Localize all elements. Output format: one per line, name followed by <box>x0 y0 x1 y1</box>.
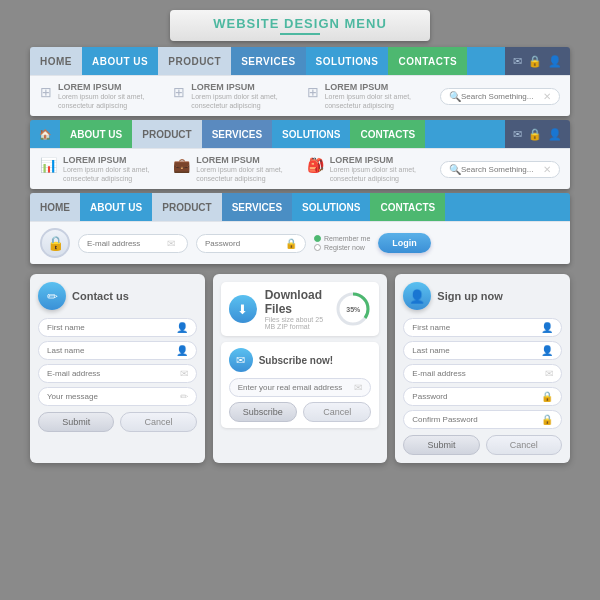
nav1-product[interactable]: PRODUCT <box>158 47 231 75</box>
signup-confirm-input[interactable] <box>412 415 537 424</box>
signup-user-icon-1: 👤 <box>541 322 553 333</box>
clear-icon-2[interactable]: ✕ <box>543 164 551 175</box>
lorem-sub-5: Lorem ipsum dolor sit amet,consectetur a… <box>196 165 282 183</box>
contact-header: ✏ Contact us <box>38 282 197 310</box>
signup-user-icon-2: 👤 <box>541 345 553 356</box>
nav3-product[interactable]: PRODUCT <box>152 193 221 221</box>
signup-email-input[interactable] <box>412 369 541 378</box>
lorem-title-2: LOREM IPSUM <box>191 82 277 92</box>
nav2-product[interactable]: PRODUCT <box>132 120 201 148</box>
password-field-wrap[interactable]: 🔒 <box>196 234 306 253</box>
signup-password-input[interactable] <box>412 392 537 401</box>
nav3-solutions[interactable]: SOLUTIONS <box>292 193 370 221</box>
email-input[interactable] <box>87 239 167 248</box>
signup-confirm-field[interactable]: 🔒 <box>403 410 562 429</box>
page-title: WEBSITE DESIGN MENU <box>200 16 400 31</box>
nav3-contacts[interactable]: CONTACTS <box>370 193 445 221</box>
navbar-1-top: HOME ABOUT US PRODUCT SERVICES SOLUTIONS… <box>30 47 570 75</box>
lastname-field[interactable]: 👤 <box>38 341 197 360</box>
nav2-services[interactable]: SERVICES <box>202 120 272 148</box>
password-input[interactable] <box>205 239 285 248</box>
contact-cancel[interactable]: Cancel <box>120 412 196 432</box>
nav2-about[interactable]: ABOUT US <box>60 120 132 148</box>
lorem-title-1: LOREM IPSUM <box>58 82 144 92</box>
message-input[interactable] <box>47 392 176 401</box>
nav1-services[interactable]: SERVICES <box>231 47 305 75</box>
lorem-sub-3: Lorem ipsum dolor sit amet,consectetur a… <box>325 92 411 110</box>
lastname-input[interactable] <box>47 346 172 355</box>
download-icon: ⬇ <box>229 295 257 323</box>
mail-icon[interactable]: ✉ <box>513 55 522 68</box>
signup-firstname-input[interactable] <box>412 323 537 332</box>
nav3-home[interactable]: HOME <box>30 193 80 221</box>
login-button[interactable]: Login <box>378 233 431 253</box>
content-block-1: ⊞ LOREM IPSUM Lorem ipsum dolor sit amet… <box>40 82 163 110</box>
page-title-container: WEBSITE DESIGN MENU <box>170 10 430 41</box>
email-field[interactable]: ✉ <box>38 364 197 383</box>
signup-email-icon: ✉ <box>545 368 553 379</box>
signup-panel: 👤 Sign up now 👤 👤 ✉ 🔒 🔒 Submit Cancel <box>395 274 570 463</box>
lock-icon[interactable]: 🔒 <box>528 55 542 68</box>
title-word3: MENU <box>345 16 387 31</box>
signup-email-field[interactable]: ✉ <box>403 364 562 383</box>
subscribe-cancel[interactable]: Cancel <box>303 402 371 422</box>
radio-remember[interactable] <box>314 235 321 242</box>
firstname-input[interactable] <box>47 323 172 332</box>
subscribe-button[interactable]: Subscribe <box>229 402 297 422</box>
radio-register[interactable] <box>314 244 321 251</box>
search-icon-2: 🔍 <box>449 164 461 175</box>
subscribe-email-input[interactable] <box>238 383 351 392</box>
lorem-block-3: LOREM IPSUM Lorem ipsum dolor sit amet,c… <box>325 82 411 110</box>
download-panel: ⬇ Download Files Files size about 25 MB … <box>213 274 388 463</box>
email-contact-input[interactable] <box>47 369 176 378</box>
lorem-block-5: LOREM IPSUM Lorem ipsum dolor sit amet,c… <box>196 155 282 183</box>
remember-me-option[interactable]: Remember me <box>314 235 370 242</box>
lorem-title-6: LOREM IPSUM <box>330 155 416 165</box>
signup-buttons: Submit Cancel <box>403 435 562 455</box>
chart-icon: 📊 <box>40 157 57 173</box>
navbar-2-content: 📊 LOREM IPSUM Lorem ipsum dolor sit amet… <box>30 148 570 189</box>
mail-icon-2[interactable]: ✉ <box>513 128 522 141</box>
signup-lastname-input[interactable] <box>412 346 537 355</box>
register-now-option[interactable]: Register now <box>314 244 370 251</box>
nav2-solutions[interactable]: SOLUTIONS <box>272 120 350 148</box>
signup-firstname-field[interactable]: 👤 <box>403 318 562 337</box>
signup-lock-icon-1: 🔒 <box>541 391 553 402</box>
bottom-panels: ✏ Contact us 👤 👤 ✉ ✏ Submit Cancel ⬇ <box>30 274 570 463</box>
user-icon-2[interactable]: 👤 <box>548 128 562 141</box>
signup-header: 👤 Sign up now <box>403 282 562 310</box>
lorem-sub-6: Lorem ipsum dolor sit amet,consectetur a… <box>330 165 416 183</box>
signup-lock-icon-2: 🔒 <box>541 414 553 425</box>
signup-submit[interactable]: Submit <box>403 435 479 455</box>
subscribe-email-icon: ✉ <box>354 382 362 393</box>
message-field[interactable]: ✏ <box>38 387 197 406</box>
nav1-about[interactable]: ABOUT US <box>82 47 158 75</box>
nav2-home[interactable]: 🏠 <box>30 120 60 148</box>
search-box-2[interactable]: 🔍 ✕ <box>440 161 560 178</box>
navbar-2-top: 🏠 ABOUT US PRODUCT SERVICES SOLUTIONS CO… <box>30 120 570 148</box>
lock-icon-2[interactable]: 🔒 <box>528 128 542 141</box>
nav1-contacts[interactable]: CONTACTS <box>388 47 467 75</box>
nav3-about[interactable]: ABOUT US <box>80 193 152 221</box>
signup-cancel[interactable]: Cancel <box>486 435 562 455</box>
title-underline <box>280 33 320 35</box>
nav2-contacts[interactable]: CONTACTS <box>350 120 425 148</box>
search-box-1[interactable]: 🔍 ✕ <box>440 88 560 105</box>
subscribe-field[interactable]: ✉ <box>229 378 372 397</box>
search-input-2[interactable] <box>461 165 541 174</box>
nav1-solutions[interactable]: SOLUTIONS <box>306 47 389 75</box>
nav2-icons: ✉ 🔒 👤 <box>505 120 570 148</box>
contact-submit[interactable]: Submit <box>38 412 114 432</box>
search-icon-1: 🔍 <box>449 91 461 102</box>
remember-options: Remember me Register now <box>314 235 370 251</box>
nav3-services[interactable]: SERVICES <box>222 193 292 221</box>
signup-lastname-field[interactable]: 👤 <box>403 341 562 360</box>
user-icon[interactable]: 👤 <box>548 55 562 68</box>
signup-password-field[interactable]: 🔒 <box>403 387 562 406</box>
search-input-1[interactable] <box>461 92 541 101</box>
email-field-wrap[interactable]: ✉ <box>78 234 188 253</box>
lorem-block-1: LOREM IPSUM Lorem ipsum dolor sit amet,c… <box>58 82 144 110</box>
clear-icon-1[interactable]: ✕ <box>543 91 551 102</box>
firstname-field[interactable]: 👤 <box>38 318 197 337</box>
nav1-home[interactable]: HOME <box>30 47 82 75</box>
